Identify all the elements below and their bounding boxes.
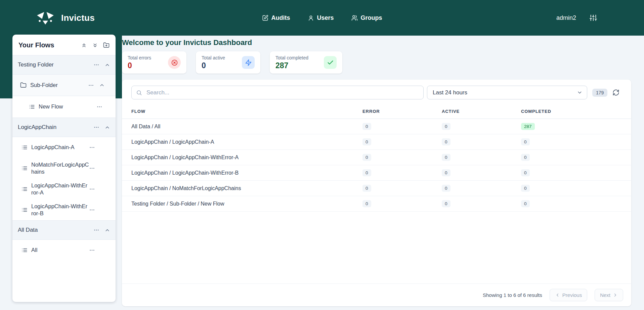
active-count: 0 xyxy=(442,200,450,207)
flow-label: LogicAppChain-A xyxy=(31,144,89,151)
search-icon xyxy=(136,90,142,96)
col-header-flow: FLOW xyxy=(131,109,362,114)
section-label: LogicAppChain xyxy=(18,124,93,131)
main-nav: Audits Users Groups xyxy=(262,14,382,21)
table-row[interactable]: LogicAppChain / LogicAppChain-WithError-… xyxy=(122,165,631,181)
brand[interactable]: Invictus xyxy=(35,11,95,25)
flow-cell: LogicAppChain / LogicAppChain-WithError-… xyxy=(131,170,362,176)
sidebar-flow-logicappchain-witherror-a[interactable]: LogicAppChain-WithError-A xyxy=(12,179,116,200)
nav-item-audits[interactable]: Audits xyxy=(262,14,290,21)
completed-count: 0 xyxy=(521,169,530,176)
ellipsis-icon[interactable] xyxy=(89,144,95,150)
table-row[interactable]: All Data / All 0 0 287 xyxy=(122,119,631,134)
section-label: All Data xyxy=(18,227,93,233)
sidebar-flow-logicappchain-witherror-b[interactable]: LogicAppChain-WithError-B xyxy=(12,200,116,220)
sidebar-section-all-data[interactable]: All Data xyxy=(12,220,116,240)
ellipsis-icon[interactable] xyxy=(93,227,99,233)
stat-cards: Total errors 0 Total active 0 To xyxy=(122,51,631,74)
ellipsis-icon[interactable] xyxy=(93,124,99,130)
sidebar-folder-sub-folder[interactable]: Sub-Folder xyxy=(12,75,116,96)
col-header-error: ERROR xyxy=(362,109,442,114)
check-icon xyxy=(324,56,337,69)
col-header-active: ACTIVE xyxy=(442,109,521,114)
sidebar-section-logicappchain[interactable]: LogicAppChain xyxy=(12,118,116,137)
ellipsis-icon[interactable] xyxy=(93,62,99,68)
completed-count: 0 xyxy=(521,154,530,161)
flow-label: New Flow xyxy=(39,103,96,110)
error-count: 0 xyxy=(362,138,371,145)
chevron-up-icon[interactable] xyxy=(104,125,110,130)
sidebar-flow-all[interactable]: All xyxy=(12,240,116,261)
stat-label: Total completed xyxy=(275,55,308,60)
table-row[interactable]: LogicAppChain / LogicAppChain-WithError-… xyxy=(122,150,631,165)
ellipsis-icon[interactable] xyxy=(89,186,95,192)
flow-cell: LogicAppChain / LogicAppChain-A xyxy=(131,139,362,145)
previous-label: Previous xyxy=(562,292,582,298)
next-button[interactable]: Next xyxy=(595,289,623,301)
expand-all-icon[interactable] xyxy=(92,42,98,48)
ellipsis-icon[interactable] xyxy=(88,82,94,88)
time-range-value: Last 24 hours xyxy=(433,89,467,96)
ellipsis-icon[interactable] xyxy=(89,247,95,253)
ellipsis-icon[interactable] xyxy=(96,104,102,110)
audits-icon xyxy=(262,15,268,21)
nav-label: Audits xyxy=(271,14,290,21)
row-actions xyxy=(93,62,110,68)
table-row[interactable]: Testing Folder / Sub-Folder / New Flow 0… xyxy=(122,196,631,212)
stat-label: Total errors xyxy=(128,55,151,60)
user-icon xyxy=(307,15,314,21)
completed-count: 0 xyxy=(521,200,530,207)
active-count: 0 xyxy=(442,169,450,176)
results-summary: Showing 1 to 6 of 6 results xyxy=(483,292,542,298)
flow-icon xyxy=(22,144,28,150)
folder-label: Sub-Folder xyxy=(30,82,88,89)
flow-label: LogicAppChain-WithError-B xyxy=(31,203,89,217)
flow-cell: All Data / All xyxy=(131,124,362,130)
chevron-up-icon[interactable] xyxy=(104,62,110,68)
table-row[interactable]: LogicAppChain / NoMatchForLogicAppChains… xyxy=(122,181,631,196)
time-range-select[interactable]: Last 24 hours xyxy=(427,86,587,99)
collapse-all-icon[interactable] xyxy=(81,42,87,48)
add-folder-icon[interactable] xyxy=(103,42,110,48)
table-row[interactable]: LogicAppChain / LogicAppChain-A 0 0 0 xyxy=(122,134,631,150)
flows-table-panel: Last 24 hours 179 FLOW ERROR ACTIVE COMP… xyxy=(122,80,631,306)
stat-card-total-errors: Total errors 0 xyxy=(122,51,186,74)
nav-item-groups[interactable]: Groups xyxy=(351,14,382,21)
stat-card-total-active: Total active 0 xyxy=(196,51,260,74)
error-count: 0 xyxy=(362,185,371,192)
stat-label: Total active xyxy=(202,55,225,60)
flow-cell: LogicAppChain / LogicAppChain-WithError-… xyxy=(131,154,362,161)
folder-icon xyxy=(20,82,27,88)
flow-icon xyxy=(22,186,28,192)
sidebar-section-testing-folder[interactable]: Testing Folder xyxy=(12,55,116,75)
stat-value: 287 xyxy=(275,61,308,70)
active-count: 0 xyxy=(442,138,450,145)
sidebar-flow-logicappchain-a[interactable]: LogicAppChain-A xyxy=(12,137,116,158)
error-count: 0 xyxy=(362,169,371,176)
chevron-down-icon xyxy=(577,90,583,95)
groups-icon xyxy=(351,15,358,21)
chevron-right-icon xyxy=(613,293,618,298)
navbar-right: admin2 xyxy=(556,14,597,21)
ellipsis-icon[interactable] xyxy=(89,165,95,171)
flow-icon xyxy=(22,247,28,253)
invictus-logo-icon xyxy=(35,11,56,25)
chevron-up-icon[interactable] xyxy=(104,227,110,233)
sidebar-flow-new-flow[interactable]: New Flow xyxy=(12,96,116,118)
ellipsis-icon[interactable] xyxy=(89,207,95,213)
main-content: Welcome to your Invictus Dashboard Total… xyxy=(122,36,631,306)
previous-button[interactable]: Previous xyxy=(550,289,587,301)
sliders-icon[interactable] xyxy=(590,14,597,21)
user-menu[interactable]: admin2 xyxy=(556,14,576,21)
flow-icon xyxy=(22,165,28,171)
search-input[interactable] xyxy=(131,86,424,99)
error-count: 0 xyxy=(362,154,371,161)
sidebar-title: Your Flows xyxy=(18,41,81,49)
error-circle-icon xyxy=(168,56,181,69)
sidebar-flow-nomatchforlogicappchains[interactable]: NoMatchForLogicAppChains xyxy=(12,158,116,179)
chevron-up-icon[interactable] xyxy=(99,82,105,88)
nav-item-users[interactable]: Users xyxy=(307,14,334,21)
flow-label: All xyxy=(31,247,89,254)
chevron-left-icon xyxy=(555,293,560,298)
refresh-icon[interactable] xyxy=(612,89,619,96)
